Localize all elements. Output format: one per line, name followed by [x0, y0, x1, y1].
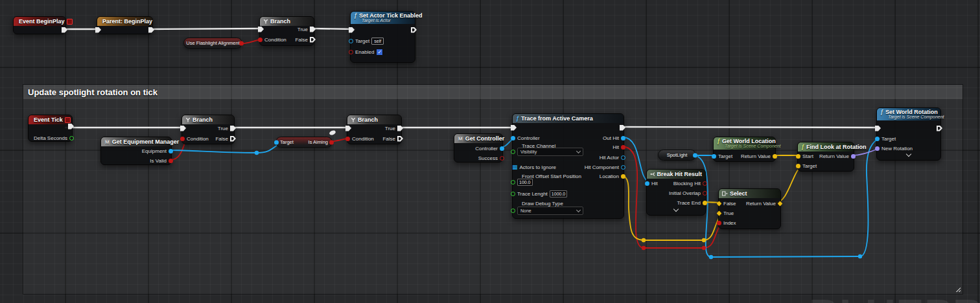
pin-label: True — [385, 126, 395, 131]
pin-label: New Rotation — [881, 146, 913, 152]
reroute-knot[interactable] — [702, 238, 706, 242]
bool-out-pin[interactable] — [239, 41, 244, 45]
node-header[interactable]: Select — [719, 189, 780, 198]
pin-label: Controller — [475, 146, 498, 152]
reroute-knot[interactable] — [255, 151, 259, 155]
node-header[interactable]: M Get Controller — [454, 134, 502, 143]
node-get-equipment-manager[interactable]: M Get Equipment Manager Equipment Is Val… — [100, 137, 172, 165]
variable-use-flashlight-alignment[interactable]: Use Flashlight Alignment — [183, 38, 242, 49]
target-pin[interactable] — [274, 140, 279, 144]
node-header[interactable]: Branch — [347, 115, 401, 124]
pin-label: Equipment — [142, 148, 167, 154]
out-hit-pin[interactable] — [621, 136, 625, 140]
return-value-pin[interactable] — [773, 154, 777, 159]
pin-label: Out Hit — [603, 135, 619, 141]
target-pin[interactable] — [349, 39, 353, 43]
initial-overlap-pin[interactable] — [703, 191, 707, 196]
pin-label: Index — [723, 220, 736, 226]
target-pin[interactable] — [875, 137, 880, 141]
node-header[interactable]: M Get Equipment Manager — [101, 137, 171, 146]
node-set-world-rotation[interactable]: ƒ Set World Rotation Target is Scene Com… — [876, 107, 941, 161]
pin-label: Hit Actor — [600, 155, 619, 161]
node-is-aiming[interactable]: Target Is Aiming — [275, 137, 332, 148]
node-parent-beginplay[interactable]: Parent: BeginPlay — [97, 16, 153, 34]
hit-actor-pin[interactable] — [621, 155, 625, 160]
reroute-knot[interactable] — [709, 255, 713, 259]
node-get-controller[interactable]: M Get Controller Controller Success — [454, 133, 503, 163]
enabled-checkbox[interactable]: ✓ — [376, 49, 383, 56]
enabled-pin[interactable] — [349, 50, 353, 54]
node-header[interactable]: ƒ Find Look at Rotation — [798, 142, 854, 152]
node-header[interactable]: Branch — [182, 115, 234, 124]
reroute-knot[interactable] — [642, 238, 646, 242]
reroute-knot[interactable] — [858, 254, 862, 258]
pure-function-icon: ƒ — [717, 138, 720, 144]
node-find-look-at-rotation[interactable]: ƒ Find Look at Rotation Start Return Val… — [797, 142, 854, 172]
return-value-pin[interactable] — [851, 154, 856, 159]
node-set-actor-tick-enabled[interactable]: ƒ Set Actor Tick Enabled Target is Actor… — [350, 11, 415, 63]
hit-component-pin[interactable] — [621, 165, 625, 170]
bool-out-pin[interactable] — [329, 140, 334, 144]
blocking-hit-pin[interactable] — [703, 181, 707, 186]
branch-icon — [351, 117, 356, 122]
target-pin[interactable] — [796, 164, 800, 168]
draw-debug-dropdown[interactable]: None — [517, 207, 583, 215]
variable-spotlight[interactable]: SpotLight — [658, 150, 696, 161]
pin-label: Blocking Hit — [673, 181, 701, 186]
front-offset-field[interactable]: 100.0 — [517, 179, 533, 186]
success-pin[interactable] — [500, 156, 504, 161]
pure-function-icon: ƒ — [801, 144, 804, 150]
node-header[interactable]: Event BeginPlay — [14, 17, 65, 26]
variable-label: Use Flashlight Alignment — [186, 40, 240, 46]
node-header[interactable]: Parent: BeginPlay — [97, 17, 152, 26]
node-branch-3[interactable]: Branch True Condition False — [347, 115, 402, 144]
pin-label: True — [298, 27, 308, 32]
pin-label: False — [215, 136, 228, 142]
node-header[interactable]: ƒ Set Actor Tick Enabled Target is Actor — [351, 12, 415, 24]
node-branch-top[interactable]: Branch True Condition False — [259, 16, 314, 46]
blueprint-graph-canvas[interactable]: BLUEPRINT Update spotlight rotation on t… — [0, 0, 980, 303]
new-rotation-pin[interactable] — [875, 146, 880, 151]
reroute-knot[interactable] — [642, 246, 646, 250]
is-valid-pin[interactable] — [169, 159, 173, 163]
node-header[interactable]: ƒ Set World Rotation Target is Scene Com… — [877, 108, 940, 120]
node-get-world-location[interactable]: ƒ Get World Location Target is Scene Com… — [713, 137, 776, 162]
node-header[interactable]: ƒ Get World Location Target is Scene Com… — [714, 137, 775, 150]
select-icon — [722, 191, 728, 196]
function-label: Is Aiming — [309, 139, 328, 145]
node-branch-2[interactable]: Branch True Condition False — [181, 115, 235, 144]
node-event-beginplay[interactable]: Event BeginPlay — [13, 16, 66, 34]
pin-label: Is Valid — [150, 158, 167, 164]
pin-label: True — [218, 126, 228, 131]
trace-length-field[interactable]: 1000.0 — [550, 190, 567, 197]
pin-label: Target — [802, 163, 817, 169]
pin-label: True — [723, 210, 734, 216]
controller-pin[interactable] — [500, 146, 504, 151]
node-subtitle: Target is Actor — [362, 18, 412, 23]
node-select[interactable]: Select False Return Value True Index — [718, 188, 781, 229]
trace-end-pin[interactable] — [703, 201, 707, 205]
index-pin[interactable] — [717, 221, 721, 225]
branch-icon — [185, 117, 191, 122]
pin-label: False — [382, 136, 395, 142]
node-title: Event BeginPlay — [19, 18, 65, 25]
trace-length-pin[interactable] — [511, 192, 515, 196]
object-out-pin[interactable] — [693, 153, 697, 157]
delta-seconds-pin[interactable] — [69, 136, 74, 140]
pin-label: Success — [478, 155, 498, 161]
node-event-tick[interactable]: Event Tick Delta Seconds — [28, 115, 73, 142]
reroute-knot[interactable] — [702, 246, 706, 250]
wire-exec — [150, 28, 263, 29]
reroute-knot[interactable] — [329, 129, 336, 136]
node-header[interactable]: Break Hit Result — [647, 170, 705, 179]
front-offset-pin[interactable] — [511, 180, 515, 185]
node-header[interactable]: ƒ Trace from Active Camera — [513, 114, 624, 123]
node-break-hit-result[interactable]: Break Hit Result Hit Blocking Hit Initia… — [646, 169, 706, 216]
draw-debug-pin[interactable] — [511, 208, 515, 213]
function-icon: ƒ — [880, 109, 883, 115]
expand-chevron-icon[interactable] — [673, 207, 679, 212]
node-trace-from-active-camera[interactable]: ƒ Trace from Active Camera Controller Ou… — [512, 113, 624, 219]
equipment-pin[interactable] — [169, 149, 173, 153]
node-title: Branch — [358, 117, 378, 123]
target-self-value[interactable]: self — [371, 38, 384, 45]
